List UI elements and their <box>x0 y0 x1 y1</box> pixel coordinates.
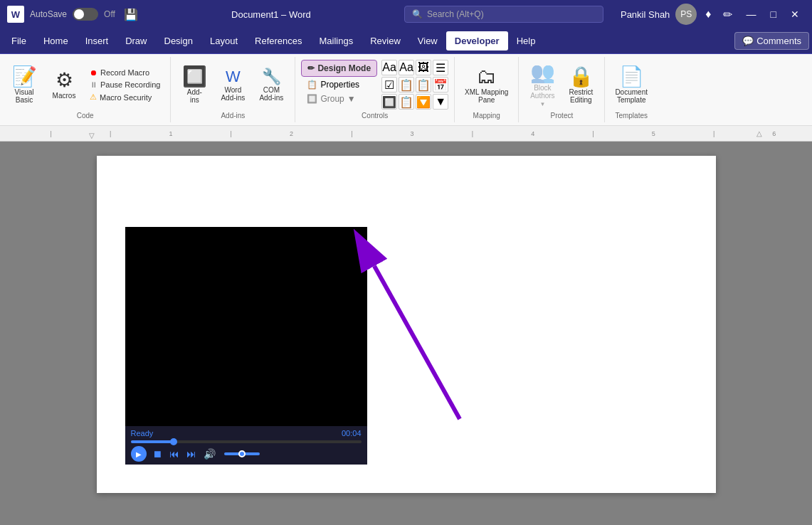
control-icons-row2: ☑ 📋 📋 📅 <box>381 77 448 92</box>
video-progress-bar-container[interactable] <box>131 440 362 443</box>
block-authors-dropdown: ▼ <box>539 101 545 107</box>
ruler-mark: | <box>351 130 352 137</box>
ctrl-icon-list[interactable]: 📋 <box>399 77 414 92</box>
record-macro-btn[interactable]: ⏺ Record Macro <box>85 67 164 78</box>
menu-help[interactable]: Help <box>508 31 544 51</box>
toggle-state-label: Off <box>104 9 115 19</box>
group-icon: 🔲 <box>307 94 317 104</box>
video-container[interactable]: Ready 00:04 ▶ ⏹ ⏮ ⏭ 🔊 <box>125 227 367 465</box>
avatar[interactable]: PS <box>675 4 697 25</box>
save-icon[interactable]: 💾 <box>124 8 138 21</box>
next-btn[interactable]: ⏭ <box>185 447 198 461</box>
user-name: Pankil Shah <box>621 9 670 20</box>
ctrl-icon-aa2[interactable]: Aa <box>399 60 414 75</box>
macros-btn[interactable]: ⚙ Macros <box>46 64 83 107</box>
block-authors-label: BlockAuthors <box>530 84 554 100</box>
menu-design[interactable]: Design <box>156 31 201 51</box>
maximize-btn[interactable]: □ <box>765 6 782 23</box>
design-mode-btn[interactable]: ✏ Design Mode <box>301 60 377 77</box>
design-mode-label: Design Mode <box>317 63 371 73</box>
pause-recording-btn[interactable]: ⏸ Pause Recording <box>85 79 164 90</box>
search-placeholder: Search (Alt+Q) <box>427 9 484 19</box>
controls-group-label: Controls <box>362 110 388 120</box>
properties-btn[interactable]: 📋 Properties <box>301 78 377 91</box>
comments-btn[interactable]: 💬 Comments <box>734 32 809 50</box>
menu-review[interactable]: Review <box>362 31 409 51</box>
search-box[interactable]: 🔍 Search (Alt+Q) <box>404 6 603 23</box>
ctrl-icon-combo[interactable]: ☰ <box>433 60 448 75</box>
menu-references[interactable]: References <box>246 31 310 51</box>
ctrl-icon-list3[interactable]: 📋 <box>399 94 414 110</box>
ctrl-icon-img[interactable]: 🖼 <box>416 60 431 75</box>
document-page: Ready 00:04 ▶ ⏹ ⏮ ⏭ 🔊 <box>97 156 716 493</box>
video-controls: Ready 00:04 ▶ ⏹ ⏮ ⏭ 🔊 <box>125 426 367 465</box>
templates-group-label: Templates <box>615 110 648 120</box>
pen-icon-btn[interactable]: ✏ <box>720 5 735 24</box>
visual-basic-btn[interactable]: 📝 VisualBasic <box>6 64 43 107</box>
document-template-label: DocumentTemplate <box>615 88 648 104</box>
volume-slider[interactable] <box>224 452 260 455</box>
xml-mapping-icon: 🗂 <box>477 67 497 87</box>
pause-recording-icon: ⏸ <box>90 80 97 89</box>
video-screen <box>125 227 367 426</box>
menu-insert[interactable]: Insert <box>77 31 117 51</box>
controls-group: ✏ Design Mode 📋 Properties 🔲 Group ▼ <box>295 57 455 122</box>
com-add-ins-btn[interactable]: 🔧 COMAdd-ins <box>253 66 289 105</box>
ruler-mark: | <box>110 130 111 137</box>
protect-group: 👥 BlockAuthors ▼ 🔒 RestrictEditing Prote… <box>519 57 605 122</box>
restrict-editing-btn[interactable]: 🔒 RestrictEditing <box>563 64 599 107</box>
ctrl-icon-date[interactable]: 📅 <box>433 77 448 92</box>
menu-draw[interactable]: Draw <box>117 31 155 51</box>
visual-basic-label: VisualBasic <box>14 88 33 104</box>
ctrl-icon-toggle[interactable]: ▼ <box>433 94 448 110</box>
ctrl-icon-list2[interactable]: 📋 <box>416 77 431 92</box>
play-btn[interactable]: ▶ <box>131 446 147 462</box>
word-add-ins-label: WordAdd-ins <box>221 86 245 102</box>
block-authors-btn[interactable]: 👥 BlockAuthors ▼ <box>524 60 560 110</box>
mapping-group-label: Mapping <box>473 110 500 120</box>
ctrl-icon-check[interactable]: ☑ <box>381 77 397 92</box>
com-add-ins-label: COMAdd-ins <box>259 86 283 102</box>
ruler-mark: 3 <box>411 130 414 137</box>
video-progress-fill <box>131 440 174 443</box>
addins-group-label: Add-ins <box>221 110 245 120</box>
autosave-toggle[interactable] <box>73 8 98 21</box>
prev-btn[interactable]: ⏮ <box>168 447 181 461</box>
group-btn[interactable]: 🔲 Group ▼ <box>301 92 377 105</box>
menu-view[interactable]: View <box>409 31 446 51</box>
menu-mailings[interactable]: Mailings <box>311 31 362 51</box>
xml-mapping-pane-btn[interactable]: 🗂 XML MappingPane <box>460 64 512 107</box>
ruler: ▽ | | 1 | 2 | 3 | 4 | 5 | 6 △ <box>0 126 812 142</box>
record-macro-icon: ⏺ <box>90 68 97 77</box>
title-bar: W AutoSave Off 💾 Document1 – Word 🔍 Sear… <box>0 0 812 28</box>
ctrl-icon-block[interactable]: 🔲 <box>381 94 397 110</box>
video-status-bar: Ready 00:04 <box>131 429 362 438</box>
menu-developer[interactable]: Developer <box>446 31 508 51</box>
macro-security-btn[interactable]: ⚠ Macro Security <box>85 91 164 103</box>
add-ins-btn[interactable]: 🔲 Add-ins <box>176 64 212 107</box>
doc-area[interactable]: Ready 00:04 ▶ ⏹ ⏮ ⏭ 🔊 <box>0 142 812 525</box>
close-btn[interactable]: ✕ <box>785 6 805 23</box>
minimize-btn[interactable]: — <box>741 6 762 23</box>
ctrl-icon-aa1[interactable]: Aa <box>381 60 397 75</box>
volume-btn[interactable]: 🔊 <box>202 447 217 461</box>
menu-layout[interactable]: Layout <box>201 31 246 51</box>
user-section: Pankil Shah PS ♦ ✏ <box>609 4 735 25</box>
menu-home[interactable]: Home <box>35 31 77 51</box>
pause-recording-label: Pause Recording <box>100 80 160 89</box>
document-template-btn[interactable]: 📄 DocumentTemplate <box>611 64 652 107</box>
menu-file[interactable]: File <box>3 31 35 51</box>
toggle-knob <box>74 9 84 19</box>
gem-icon-btn[interactable]: ♦ <box>702 5 714 23</box>
stop-btn[interactable]: ⏹ <box>151 447 164 461</box>
macros-label: Macros <box>53 92 76 100</box>
properties-label: Properties <box>320 80 359 90</box>
ruler-mark: 2 <box>290 130 293 137</box>
video-buttons: ▶ ⏹ ⏮ ⏭ 🔊 <box>131 446 362 462</box>
ctrl-icon-down[interactable]: 🔽 <box>416 94 431 110</box>
video-time-text: 00:04 <box>342 429 362 438</box>
ruler-mark: | <box>713 130 715 137</box>
volume-thumb <box>238 450 246 457</box>
group-dropdown-icon: ▼ <box>347 94 356 104</box>
word-add-ins-btn[interactable]: W WordAdd-ins <box>215 66 251 105</box>
